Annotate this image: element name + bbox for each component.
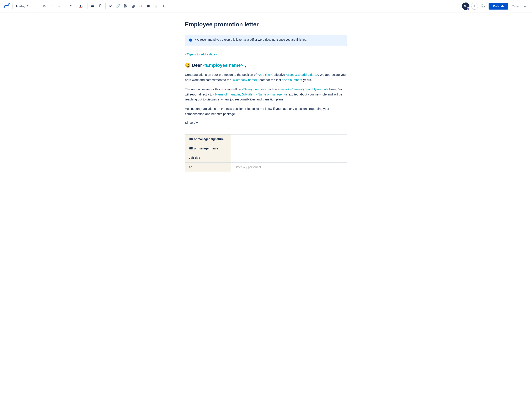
table-row: HR or manager name	[185, 144, 347, 153]
date-placeholder[interactable]: <Type // to add a date>	[185, 53, 347, 56]
avatar[interactable]: CK C	[462, 2, 469, 10]
layout-icon: ⊟	[154, 4, 157, 8]
divider-4	[105, 3, 106, 9]
image-icon: 🖼	[124, 4, 127, 8]
greeting-emoji: 😀	[185, 63, 190, 68]
sincerely-text: Sincerely,	[185, 121, 347, 124]
image-button[interactable]: 🖼	[122, 3, 129, 10]
table-icon: ⊞	[147, 4, 150, 8]
text-format-group: B I ···	[41, 3, 63, 10]
svg-point-1	[8, 3, 10, 4]
align-button[interactable]: ≡ ▾	[66, 3, 76, 10]
insert-group: ☑ 🔗 🖼 @ ☺ ⊞ ⊟ + ▾	[107, 3, 169, 10]
text-color-button[interactable]: A ▾	[76, 3, 86, 10]
document-title[interactable]: Employee promotion letter	[185, 21, 347, 28]
insert-more-button[interactable]: + ▾	[160, 3, 169, 10]
more-formatting-icon: ···	[58, 5, 61, 8]
text-color-icon: A	[79, 4, 82, 8]
add-collab-icon: +	[474, 4, 476, 8]
toolbar-right: CK C + Publish Close ···	[462, 2, 529, 10]
align-icon: ≡	[70, 4, 71, 8]
avatar-badge: C	[467, 7, 470, 10]
link-button[interactable]: 🔗	[115, 3, 122, 10]
publish-label: Publish	[493, 4, 504, 8]
task-icon: ☑	[109, 4, 112, 8]
sig-value-4[interactable]: Other key personnel	[231, 162, 347, 172]
sig-label-2: HR or manager name	[185, 144, 231, 153]
table-row: HR or manager signature	[185, 134, 347, 144]
avatar-initials: CK	[464, 5, 467, 8]
divider-1	[39, 3, 39, 9]
emoji-button[interactable]: ☺	[137, 3, 144, 10]
salary-placeholder[interactable]: <Salary number>	[242, 87, 266, 91]
toolbar: Heading 2 ▾ B I ··· ≡ ▾ A ▾ ≔ 🗒	[0, 0, 532, 12]
mention-button[interactable]: @	[130, 3, 137, 10]
sig-value-2[interactable]	[231, 144, 347, 153]
info-icon: i	[189, 38, 193, 43]
align-chevron-icon: ▾	[71, 5, 73, 7]
signature-table: HR or manager signature HR or manager na…	[185, 134, 347, 172]
pay-frequency-placeholder[interactable]: <weekly/biweekly/monthly/annual>	[280, 87, 328, 91]
more-formatting-button[interactable]: ···	[56, 3, 63, 10]
unordered-list-button[interactable]: ≔	[89, 3, 96, 10]
paragraph-3: Again, congratulations on the new positi…	[185, 106, 347, 117]
insert-more-chevron-icon: ▾	[165, 5, 166, 7]
ordered-list-button[interactable]: 🗒	[97, 3, 104, 10]
company-name-placeholder[interactable]: <Company name>	[232, 78, 258, 82]
date-placeholder-p1[interactable]: <Type // to add a date>	[286, 73, 318, 76]
table-row: Job title	[185, 153, 347, 162]
info-banner-text: We recommend you export this letter as a…	[195, 38, 307, 41]
sig-label-4: cc	[185, 162, 231, 172]
save-icon	[481, 4, 485, 9]
layout-button[interactable]: ⊟	[152, 3, 159, 10]
greeting-comma: ,	[245, 63, 246, 68]
ul-icon: ≔	[91, 4, 95, 8]
sig-value-1[interactable]	[231, 134, 347, 144]
heading-selector[interactable]: Heading 2 ▾	[13, 3, 38, 9]
greeting-dear: Dear	[192, 63, 202, 68]
sig-label-1: HR or manager signature	[185, 134, 231, 144]
options-button[interactable]: ···	[523, 3, 529, 9]
divider-2	[65, 3, 65, 9]
add-number-placeholder[interactable]: <Add number>	[282, 78, 302, 82]
table-row: cc Other key personnel	[185, 162, 347, 172]
svg-point-0	[4, 6, 5, 8]
list-group: ≔ 🗒	[89, 3, 104, 10]
bold-icon: B	[44, 4, 46, 8]
italic-icon: I	[51, 4, 52, 8]
sig-value-3[interactable]	[231, 153, 347, 162]
save-button[interactable]	[480, 3, 487, 10]
paragraph-2: The annual salary for this position will…	[185, 87, 347, 102]
bold-button[interactable]: B	[41, 3, 48, 10]
italic-button[interactable]: I	[48, 3, 56, 10]
divider-3	[87, 3, 88, 9]
employee-name-placeholder[interactable]: <Employee name>	[203, 63, 243, 68]
manager-placeholder[interactable]: <Name of manager, Job title>. <Name of m…	[213, 93, 285, 96]
info-banner: i We recommend you export this letter as…	[185, 35, 347, 46]
ol-icon: 🗒	[99, 4, 102, 8]
options-icon: ···	[524, 5, 527, 8]
heading-chevron-icon: ▾	[29, 5, 31, 8]
app-logo[interactable]	[3, 3, 10, 10]
close-label: Close	[511, 4, 519, 8]
link-icon: 🔗	[116, 4, 120, 8]
editor-area: Employee promotion letter i We recommend…	[177, 12, 355, 188]
plus-icon: +	[163, 4, 165, 8]
mention-icon: @	[132, 4, 135, 8]
job-title-placeholder[interactable]: <Job title>	[258, 73, 272, 76]
publish-button[interactable]: Publish	[488, 3, 508, 10]
svg-text:i: i	[190, 39, 191, 41]
table-button[interactable]: ⊞	[145, 3, 152, 10]
paragraph-1: Congratulations on your promotion to the…	[185, 72, 347, 83]
task-button[interactable]: ☑	[107, 3, 114, 10]
emoji-icon: ☺	[139, 4, 142, 8]
close-button[interactable]: Close	[510, 3, 521, 9]
greeting-heading: 😀 Dear <Employee name>,	[185, 63, 347, 68]
add-collaborator-button[interactable]: +	[471, 3, 478, 10]
heading-selector-label: Heading 2	[15, 5, 28, 8]
text-color-chevron-icon: ▾	[82, 5, 83, 7]
sig-label-3: Job title	[185, 153, 231, 162]
